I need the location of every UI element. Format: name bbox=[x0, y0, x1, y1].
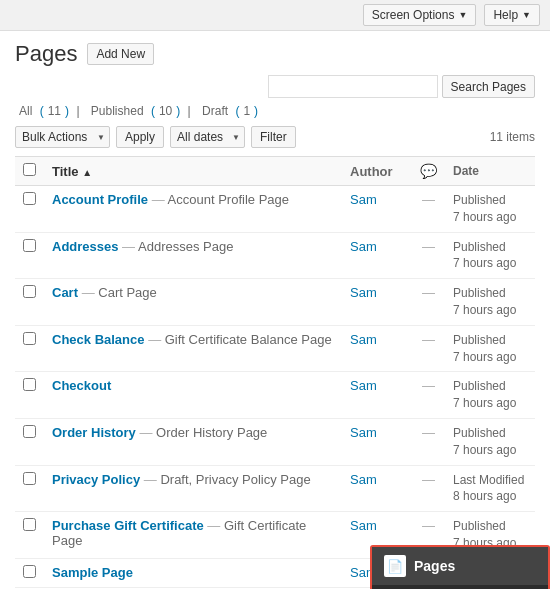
screen-options-arrow-icon: ▼ bbox=[458, 10, 467, 20]
row-date-cell: Published7 hours ago bbox=[445, 372, 535, 419]
row-title-cell: Check Balance — Gift Certificate Balance… bbox=[44, 325, 342, 372]
page-title-link[interactable]: Privacy Policy bbox=[52, 472, 140, 487]
author-link[interactable]: Sam bbox=[350, 378, 377, 393]
bulk-actions-wrapper: Bulk Actions bbox=[15, 126, 110, 148]
row-author-cell: Sam bbox=[342, 465, 412, 512]
all-dates-select[interactable]: All dates bbox=[170, 126, 245, 148]
row-checkbox[interactable] bbox=[23, 192, 36, 205]
date-th[interactable]: Date bbox=[445, 157, 535, 186]
date-status: Published7 hours ago bbox=[453, 286, 516, 317]
row-title-cell: Cart — Cart Page bbox=[44, 279, 342, 326]
row-title-cell: Privacy Policy — Draft, Privacy Policy P… bbox=[44, 465, 342, 512]
row-checkbox[interactable] bbox=[23, 378, 36, 391]
filter-published-link[interactable]: Published (10) bbox=[87, 104, 184, 118]
row-date-cell: Last Modified8 hours ago bbox=[445, 465, 535, 512]
row-checkbox-cell bbox=[15, 325, 44, 372]
add-new-button[interactable]: Add New bbox=[87, 43, 154, 65]
row-date-cell: Published7 hours ago bbox=[445, 325, 535, 372]
row-comment-cell: — bbox=[412, 418, 445, 465]
pages-table: Title ▲ Author 💬 Date Account Profile — … bbox=[15, 156, 535, 589]
row-comment-cell: — bbox=[412, 372, 445, 419]
author-link[interactable]: Sam bbox=[350, 239, 377, 254]
row-comment-cell: — bbox=[412, 465, 445, 512]
author-th[interactable]: Author bbox=[342, 157, 412, 186]
bulk-actions-select[interactable]: Bulk Actions bbox=[15, 126, 110, 148]
row-date-cell: Published7 hours ago bbox=[445, 279, 535, 326]
comment-dash: — bbox=[422, 425, 435, 440]
filter-draft-link[interactable]: Draft (1) bbox=[198, 104, 258, 118]
author-link[interactable]: Sam bbox=[350, 285, 377, 300]
page-title-link[interactable]: Cart bbox=[52, 285, 78, 300]
comment-dash: — bbox=[422, 472, 435, 487]
row-author-cell: Sam bbox=[342, 279, 412, 326]
row-title-cell: Account Profile — Account Profile Page bbox=[44, 186, 342, 233]
help-arrow-icon: ▼ bbox=[522, 10, 531, 20]
items-count: 11 items bbox=[490, 130, 535, 144]
table-row: Checkout Sam — Published7 hours ago bbox=[15, 372, 535, 419]
table-row: Cart — Cart Page Sam — Published7 hours … bbox=[15, 279, 535, 326]
top-bar: Screen Options ▼ Help ▼ bbox=[0, 0, 550, 31]
popup-menu: All Pages Add New bbox=[372, 585, 548, 589]
row-checkbox-cell bbox=[15, 418, 44, 465]
row-checkbox[interactable] bbox=[23, 518, 36, 531]
filter-button[interactable]: Filter bbox=[251, 126, 296, 148]
select-all-checkbox[interactable] bbox=[23, 163, 36, 176]
page-title-link[interactable]: Sample Page bbox=[52, 565, 133, 580]
page-title-link[interactable]: Order History bbox=[52, 425, 136, 440]
row-comment-cell: — bbox=[412, 279, 445, 326]
author-link[interactable]: Sam bbox=[350, 192, 377, 207]
search-row: Search Pages bbox=[15, 75, 535, 98]
author-link[interactable]: Sam bbox=[350, 425, 377, 440]
author-link[interactable]: Sam bbox=[350, 472, 377, 487]
row-comment-cell: — bbox=[412, 325, 445, 372]
comment-dash: — bbox=[422, 285, 435, 300]
row-date-cell: Published7 hours ago bbox=[445, 186, 535, 233]
row-author-cell: Sam bbox=[342, 372, 412, 419]
row-checkbox[interactable] bbox=[23, 239, 36, 252]
row-checkbox[interactable] bbox=[23, 332, 36, 345]
row-author-cell: Sam bbox=[342, 232, 412, 279]
search-pages-button[interactable]: Search Pages bbox=[442, 75, 535, 98]
row-author-cell: Sam bbox=[342, 325, 412, 372]
date-status: Published7 hours ago bbox=[453, 333, 516, 364]
row-checkbox[interactable] bbox=[23, 425, 36, 438]
author-link[interactable]: Sam bbox=[350, 332, 377, 347]
apply-button[interactable]: Apply bbox=[116, 126, 164, 148]
date-status: Last Modified8 hours ago bbox=[453, 473, 524, 504]
row-date-cell: Published7 hours ago bbox=[445, 418, 535, 465]
title-sort-icon: ▲ bbox=[82, 167, 92, 178]
row-checkbox-cell bbox=[15, 558, 44, 587]
author-link[interactable]: Sam bbox=[350, 518, 377, 533]
title-th[interactable]: Title ▲ bbox=[44, 157, 342, 186]
page-title-row: Pages Add New bbox=[15, 41, 535, 67]
page-title-link[interactable]: Addresses bbox=[52, 239, 118, 254]
row-author-cell: Sam bbox=[342, 418, 412, 465]
row-checkbox[interactable] bbox=[23, 472, 36, 485]
comment-bubble-icon: 💬 bbox=[420, 163, 437, 179]
help-button[interactable]: Help ▼ bbox=[484, 4, 540, 26]
row-comment-cell: — bbox=[412, 232, 445, 279]
row-title-cell: Order History — Order History Page bbox=[44, 418, 342, 465]
row-comment-cell: — bbox=[412, 186, 445, 233]
comment-dash: — bbox=[422, 378, 435, 393]
date-status: Published7 hours ago bbox=[453, 426, 516, 457]
row-checkbox[interactable] bbox=[23, 285, 36, 298]
filter-all-link[interactable]: All (11) bbox=[15, 104, 72, 118]
date-status: Published7 hours ago bbox=[453, 379, 516, 410]
table-row: Account Profile — Account Profile Page S… bbox=[15, 186, 535, 233]
screen-options-button[interactable]: Screen Options ▼ bbox=[363, 4, 477, 26]
page-title-link[interactable]: Check Balance bbox=[52, 332, 145, 347]
comment-dash: — bbox=[422, 239, 435, 254]
main-content: Pages Add New Search Pages All (11) | Pu… bbox=[0, 31, 550, 589]
page-title-link[interactable]: Checkout bbox=[52, 378, 111, 393]
page-title-link[interactable]: Purchase Gift Certificate bbox=[52, 518, 204, 533]
row-checkbox[interactable] bbox=[23, 565, 36, 578]
search-input[interactable] bbox=[268, 75, 438, 98]
table-row: Privacy Policy — Draft, Privacy Policy P… bbox=[15, 465, 535, 512]
comment-dash: — bbox=[422, 332, 435, 347]
row-checkbox-cell bbox=[15, 232, 44, 279]
date-status: Published7 hours ago bbox=[453, 240, 516, 271]
row-title-cell: Purchase Gift Certificate — Gift Certifi… bbox=[44, 512, 342, 559]
page-title-link[interactable]: Account Profile bbox=[52, 192, 148, 207]
popup-title: Pages bbox=[414, 558, 455, 574]
